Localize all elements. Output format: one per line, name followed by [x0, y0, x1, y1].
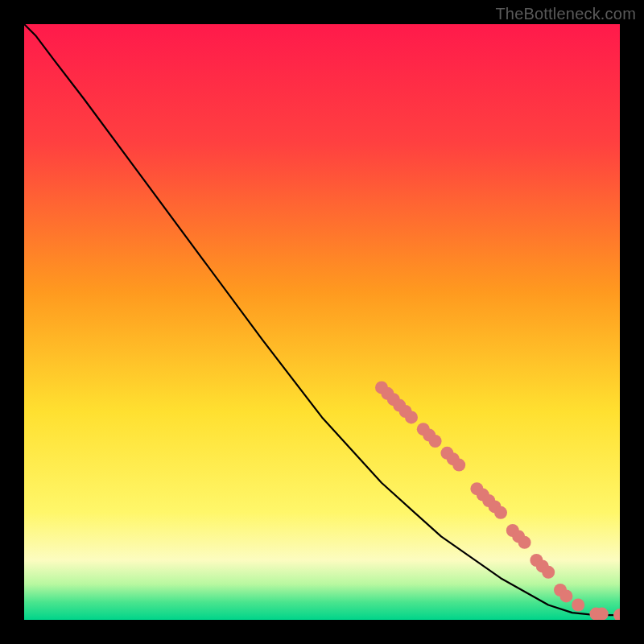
- watermark-text: TheBottleneck.com: [495, 5, 636, 23]
- data-marker: [405, 411, 418, 423]
- chart-stage: TheBottleneck.com: [0, 0, 644, 644]
- chart-overlay: [24, 24, 620, 620]
- curve-line: [24, 24, 620, 615]
- data-marker: [542, 566, 555, 579]
- data-marker: [613, 609, 620, 620]
- data-markers: [375, 381, 620, 620]
- data-marker: [494, 506, 507, 519]
- data-marker: [596, 608, 609, 620]
- data-marker: [429, 435, 442, 448]
- data-marker: [452, 459, 465, 472]
- data-marker: [559, 589, 572, 602]
- data-marker: [572, 599, 584, 612]
- plot-area: [24, 24, 620, 620]
- data-marker: [518, 536, 531, 549]
